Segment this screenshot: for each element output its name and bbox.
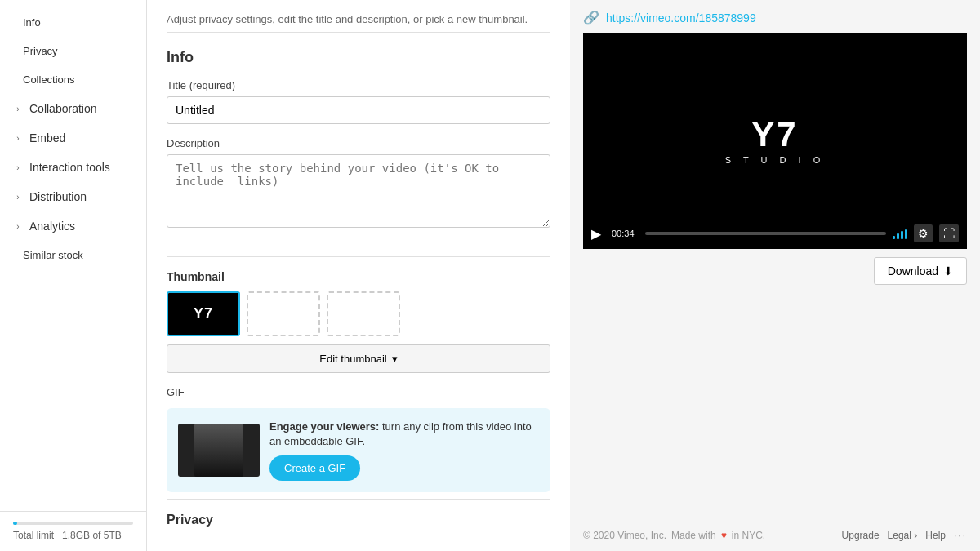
thumbnail-label: Thumbnail <box>167 270 550 283</box>
sidebar-item-similar-stock[interactable]: Similar stock <box>0 241 146 269</box>
gif-section-label: GIF <box>167 386 550 398</box>
sidebar-footer: Total limit 1.8GB of 5TB <box>0 511 146 551</box>
legal-label: Legal <box>888 530 911 541</box>
sidebar-item-label: Interaction tools <box>29 161 110 174</box>
vol-bar-2 <box>897 233 899 239</box>
sidebar-item-label: Collections <box>23 73 75 86</box>
footer-copyright: © 2020 Vimeo, Inc. <box>583 530 666 541</box>
title-input[interactable] <box>167 96 550 124</box>
sidebar-item-info[interactable]: Info <box>0 8 146 37</box>
thumbnail-option-2[interactable] <box>247 291 320 336</box>
chevron-right-icon: › <box>13 104 23 113</box>
vol-bar-1 <box>893 236 895 239</box>
upgrade-link[interactable]: Upgrade <box>842 530 880 541</box>
gif-section: Engage your viewers: turn any clip from … <box>167 408 550 492</box>
gif-heading: Engage your viewers: <box>270 420 379 433</box>
fullscreen-button[interactable]: ⛶ <box>939 224 959 242</box>
vol-bar-4 <box>905 229 907 239</box>
chevron-right-icon: › <box>13 221 23 231</box>
gif-text: Engage your viewers: turn any clip from … <box>270 420 539 449</box>
edit-thumbnail-label: Edit thumbnail <box>319 353 386 365</box>
sidebar-item-collaboration[interactable]: › Collaboration <box>0 94 146 123</box>
heart-icon: ♥ <box>721 530 727 541</box>
volume-bars <box>893 228 907 239</box>
storage-text: Total limit 1.8GB of 5TB <box>13 530 133 541</box>
sidebar-item-interaction-tools[interactable]: › Interaction tools <box>0 153 146 182</box>
sidebar-item-label: Analytics <box>29 220 75 233</box>
link-icon: 🔗 <box>583 10 599 25</box>
footer-right: Upgrade Legal › Help ··· <box>842 530 967 541</box>
play-button[interactable]: ▶ <box>591 226 601 242</box>
create-gif-label: Create a GIF <box>284 462 345 474</box>
sidebar-item-distribution[interactable]: › Distribution <box>0 182 146 211</box>
footer-in-nyc: in NYC. <box>732 530 765 541</box>
chevron-right-icon: › <box>13 192 23 202</box>
storage-progress-bg <box>13 522 133 525</box>
storage-label: Total limit <box>13 530 54 541</box>
gif-thumbnail <box>178 424 260 477</box>
footer-made-with: Made with <box>671 530 716 541</box>
edit-thumbnail-button[interactable]: Edit thumbnail ▾ <box>167 344 550 373</box>
time-badge: 00:34 <box>608 227 639 240</box>
section-divider <box>167 256 550 257</box>
chevron-right-icon: › <box>13 133 23 143</box>
sidebar-item-label: Info <box>23 16 41 29</box>
thumbnail-option-selected[interactable]: Y7 <box>167 291 240 336</box>
download-button[interactable]: Download ⬇ <box>874 257 967 285</box>
download-label: Download <box>888 264 938 278</box>
video-logo-sub: S T U D I O <box>725 155 825 165</box>
right-footer: © 2020 Vimeo, Inc. Made with ♥ in NYC. U… <box>583 517 967 541</box>
thumbnail-logo: Y7 <box>194 305 213 322</box>
thumbnail-option-3[interactable] <box>327 291 400 336</box>
thumbnail-options: Y7 <box>167 291 550 336</box>
main-header-text: Adjust privacy settings, edit the title … <box>167 13 528 25</box>
right-panel: 🔗 https://vimeo.com/185878999 Y7 S T U D… <box>570 0 980 551</box>
footer-more-icon[interactable]: ··· <box>954 530 967 541</box>
sidebar-item-label: Distribution <box>29 190 87 203</box>
video-url-link[interactable]: https://vimeo.com/185878999 <box>606 11 756 24</box>
storage-used: 1.8GB of 5TB <box>62 530 122 541</box>
vol-bar-3 <box>901 231 903 239</box>
sidebar-item-label: Collaboration <box>29 102 97 115</box>
sidebar-item-embed[interactable]: › Embed <box>0 123 146 153</box>
video-controls: ▶ 00:34 ⚙ ⛶ <box>583 216 967 249</box>
gif-person-image <box>194 424 243 477</box>
sidebar: Info Privacy Collections › Collaboration… <box>0 0 147 551</box>
video-url-bar: 🔗 https://vimeo.com/185878999 <box>583 10 967 25</box>
thumbnail-section: Thumbnail Y7 Edit thumbnail ▾ <box>167 270 550 373</box>
sidebar-item-label: Similar stock <box>23 249 83 261</box>
legal-link[interactable]: Legal › <box>888 530 918 541</box>
video-logo-text: Y7 <box>751 118 798 152</box>
footer-left: © 2020 Vimeo, Inc. Made with ♥ in NYC. <box>583 530 765 541</box>
privacy-heading: Privacy <box>167 499 550 527</box>
download-row: Download ⬇ <box>583 249 967 293</box>
sidebar-item-label: Privacy <box>23 45 58 57</box>
storage-progress-fill <box>13 522 17 525</box>
settings-button[interactable]: ⚙ <box>914 224 933 242</box>
video-logo: Y7 S T U D I O <box>725 118 825 165</box>
description-textarea[interactable] <box>167 154 550 228</box>
help-link[interactable]: Help <box>925 530 946 541</box>
description-field-label: Description <box>167 137 550 149</box>
main-header: Adjust privacy settings, edit the title … <box>167 0 550 33</box>
info-section-title: Info <box>167 49 550 66</box>
video-player[interactable]: Y7 S T U D I O ▶ 00:34 ⚙ ⛶ <box>583 33 967 249</box>
sidebar-item-label: Embed <box>29 131 65 144</box>
progress-track[interactable] <box>645 232 886 235</box>
legal-chevron: › <box>914 530 917 541</box>
download-icon: ⬇ <box>943 264 953 278</box>
chevron-right-icon: › <box>13 162 23 172</box>
create-gif-button[interactable]: Create a GIF <box>270 455 360 481</box>
thumbnail-preview: Y7 <box>168 293 238 335</box>
main-content-panel: Adjust privacy settings, edit the title … <box>147 0 570 551</box>
chevron-down-icon: ▾ <box>392 353 398 365</box>
sidebar-item-privacy[interactable]: Privacy <box>0 37 146 65</box>
sidebar-item-analytics[interactable]: › Analytics <box>0 211 146 241</box>
gif-content: Engage your viewers: turn any clip from … <box>270 420 539 481</box>
sidebar-item-collections[interactable]: Collections <box>0 65 146 94</box>
title-field-label: Title (required) <box>167 79 550 91</box>
